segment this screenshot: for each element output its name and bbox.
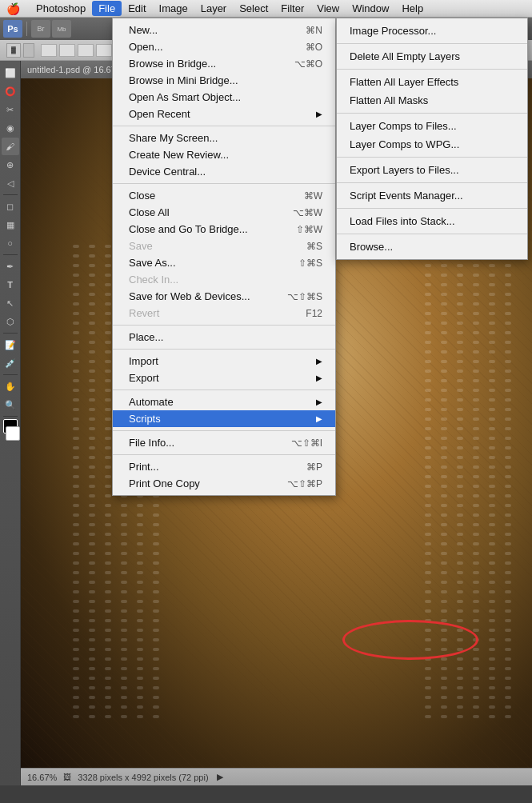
menu-revert-shortcut: F12 — [306, 308, 322, 319]
apple-menu[interactable]: 🍎 — [6, 2, 20, 15]
tool-gradient[interactable]: ▦ — [2, 216, 19, 234]
submenu-layer-comps-files[interactable]: Layer Comps to Files... — [337, 117, 527, 135]
tool-lasso[interactable]: ⭕ — [2, 82, 19, 100]
tool-zoom[interactable]: 🔍 — [2, 396, 19, 413]
submenu-delete-empty[interactable]: Delete All Empty Layers — [337, 47, 527, 66]
submenu-export-layers[interactable]: Export Layers to Files... — [337, 161, 527, 179]
menu-device[interactable]: Device Central... — [113, 163, 335, 180]
menu-browse-bridge[interactable]: Browse in Bridge... ⌥⌘O — [113, 55, 335, 72]
menu-check-in[interactable]: Check In... — [113, 271, 335, 288]
blend-mode-btn4[interactable] — [96, 44, 112, 57]
menu-open-recent[interactable]: Open Recent ▶ — [113, 106, 335, 122]
submenu-sep-4 — [337, 182, 527, 183]
blend-mode-btn2[interactable] — [59, 44, 75, 57]
tool-notes[interactable]: 📝 — [2, 336, 19, 354]
menu-close-all[interactable]: Close All ⌥⌘W — [113, 204, 335, 221]
menu-select[interactable]: Select — [233, 1, 274, 16]
menu-share[interactable]: Share My Screen... — [113, 130, 335, 146]
menu-sep-3 — [113, 325, 335, 326]
blend-mode-btn[interactable] — [41, 44, 57, 57]
tool-hand[interactable]: ✋ — [2, 378, 19, 395]
tool-bg-color[interactable] — [6, 426, 20, 441]
submenu-layer-comps-wpg[interactable]: Layer Comps to WPG... — [337, 135, 527, 154]
menu-file[interactable]: File — [92, 1, 122, 16]
file-dropdown-menu: New... ⌘N Open... ⌘O Browse in Bridge...… — [112, 18, 336, 496]
menu-automate[interactable]: Automate ▶ — [113, 394, 335, 410]
tool-eraser[interactable]: ◻ — [2, 198, 19, 215]
submenu-browse[interactable]: Browse... — [337, 238, 527, 256]
status-icon: 🖼 — [63, 773, 71, 781]
menu-save[interactable]: Save ⌘S — [113, 238, 335, 254]
tool-shape[interactable]: ⬡ — [2, 313, 19, 330]
menu-sep-2 — [113, 183, 335, 184]
automate-arrow: ▶ — [316, 398, 322, 406]
menu-image[interactable]: Image — [153, 1, 194, 16]
menu-revert[interactable]: Revert F12 — [113, 305, 335, 322]
tool-marquee[interactable]: ⬜ — [2, 64, 19, 82]
submenu-flatten-masks[interactable]: Flatten All Masks — [337, 91, 527, 110]
tool-eyedropper[interactable]: 💉 — [2, 354, 19, 372]
menu-new[interactable]: New... ⌘N — [113, 22, 335, 38]
tool-pen[interactable]: ✒ — [2, 258, 19, 275]
tool-spot-heal[interactable]: ◉ — [2, 119, 19, 137]
menu-import[interactable]: Import ▶ — [113, 353, 335, 370]
menu-open-smart[interactable]: Open As Smart Object... — [113, 89, 335, 106]
tool-sep-4 — [3, 374, 18, 375]
menu-print-copy[interactable]: Print One Copy ⌥⇧⌘P — [113, 475, 335, 492]
menu-help[interactable]: Help — [395, 1, 430, 16]
menu-place[interactable]: Place... — [113, 329, 335, 346]
gradient-preview[interactable]: ▓ — [6, 43, 21, 58]
submenu-load-files-stack[interactable]: Load Files into Stack... — [337, 212, 527, 230]
menu-save-as[interactable]: Save As... ⇧⌘S — [113, 254, 335, 271]
menu-review[interactable]: Create New Review... — [113, 146, 335, 163]
menu-file-info[interactable]: File Info... ⌥⇧⌘I — [113, 434, 335, 451]
tool-crop[interactable]: ✂ — [2, 101, 19, 118]
submenu-script-events[interactable]: Script Events Manager... — [337, 186, 527, 205]
menu-browse-bridge-shortcut: ⌥⌘O — [294, 58, 322, 70]
menu-sep-6 — [113, 430, 335, 431]
menu-edit[interactable]: Edit — [122, 1, 152, 16]
submenu-sep-2 — [337, 113, 527, 114]
menu-open[interactable]: Open... ⌘O — [113, 38, 335, 55]
menu-window[interactable]: Window — [346, 1, 395, 16]
menu-close-all-shortcut: ⌥⌘W — [293, 207, 322, 218]
gradient-type-btn[interactable] — [23, 43, 34, 58]
menu-close-go-shortcut: ⇧⌘W — [296, 224, 322, 235]
menu-print[interactable]: Print... ⌘P — [113, 458, 335, 475]
ps-icon: Ps — [3, 20, 22, 38]
menu-view[interactable]: View — [310, 1, 346, 16]
menu-close-go[interactable]: Close and Go To Bridge... ⇧⌘W — [113, 221, 335, 238]
status-bar: 16.67% 🖼 3328 pixels x 4992 pixels (72 p… — [21, 768, 532, 785]
menu-filter[interactable]: Filter — [274, 1, 310, 16]
menu-export[interactable]: Export ▶ — [113, 370, 335, 386]
menu-save-web[interactable]: Save for Web & Devices... ⌥⇧⌘S — [113, 288, 335, 305]
blend-mode-btn3[interactable] — [78, 44, 94, 57]
tool-dodge[interactable]: ○ — [2, 234, 19, 252]
menu-new-shortcut: ⌘N — [306, 25, 322, 36]
scripts-submenu: Image Processor... Delete All Empty Laye… — [336, 18, 528, 260]
image-dimensions: 3328 pixels x 4992 pixels (72 ppi) — [78, 773, 208, 782]
menu-scripts[interactable]: Scripts ▶ — [113, 410, 335, 427]
tool-clone[interactable]: ⊕ — [2, 156, 19, 174]
submenu-flatten-effects[interactable]: Flatten All Layer Effects — [337, 73, 527, 91]
bridge-icon[interactable]: Br — [31, 20, 50, 38]
tool-type[interactable]: T — [2, 276, 19, 294]
tool-path-select[interactable]: ↖ — [2, 294, 19, 312]
mini-bridge-icon[interactable]: Mb — [52, 20, 71, 38]
tool-history[interactable]: ◁ — [2, 174, 19, 192]
menu-layer[interactable]: Layer — [194, 1, 234, 16]
scripts-arrow: ▶ — [316, 414, 322, 423]
nav-arrow[interactable]: ▶ — [217, 772, 223, 782]
menu-browse-mini[interactable]: Browse in Mini Bridge... — [113, 72, 335, 89]
menu-save-shortcut: ⌘S — [306, 241, 322, 252]
menu-items: Photoshop File Edit Image Layer Select F… — [30, 1, 430, 16]
tool-brush[interactable]: 🖌 — [2, 138, 19, 155]
menu-close-shortcut: ⌘W — [304, 190, 322, 202]
menu-print-shortcut: ⌘P — [306, 461, 322, 473]
submenu-image-processor[interactable]: Image Processor... — [337, 22, 527, 40]
tool-sep-3 — [3, 333, 18, 334]
menu-close[interactable]: Close ⌘W — [113, 187, 335, 204]
zoom-level: 16.67% — [27, 773, 57, 782]
menu-photoshop[interactable]: Photoshop — [30, 1, 92, 16]
submenu-sep-6 — [337, 234, 527, 234]
